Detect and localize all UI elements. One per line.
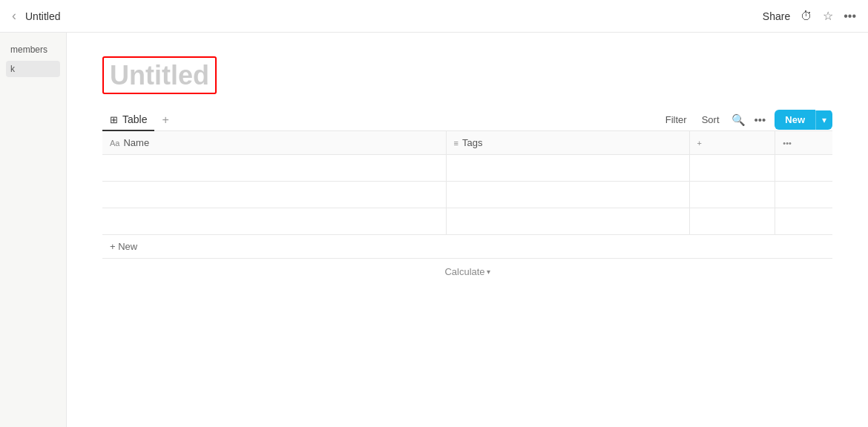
new-button-dropdown[interactable]: ▾ [815, 110, 832, 130]
tabs-row: ⊞ Table + Filter Sort 🔍 ••• New ▾ [102, 109, 832, 131]
cell-more-3 [775, 208, 832, 235]
tags-col-label: Tags [462, 137, 482, 148]
tabs-left: ⊞ Table + [102, 109, 174, 130]
table-header-row: Aa Name ≡ Tags + [102, 131, 832, 155]
topbar: ‹ Untitled Share ⏱ ☆ ••• [0, 0, 868, 33]
cell-name-2[interactable] [102, 182, 446, 208]
sidebar-item-members[interactable]: members [6, 42, 60, 58]
cell-add-2 [689, 182, 775, 208]
tabs-right: Filter Sort 🔍 ••• New ▾ [662, 110, 832, 130]
table-icon: ⊞ [110, 114, 118, 125]
search-button[interactable]: 🔍 [731, 113, 746, 127]
more-icon[interactable]: ••• [844, 10, 856, 23]
cell-tags-1[interactable] [446, 155, 689, 182]
cell-tags-2[interactable] [446, 182, 689, 208]
filter-button[interactable]: Filter [662, 111, 690, 128]
cell-add-3 [689, 208, 775, 235]
cell-name-3[interactable] [102, 208, 446, 235]
new-button-group: New ▾ [775, 110, 832, 130]
new-row-label: + New [110, 241, 137, 252]
sidebar: members k [0, 33, 67, 427]
more-col-icon: ••• [783, 139, 792, 148]
page-title-topbar: Untitled [25, 10, 60, 22]
topbar-left: ‹ Untitled [12, 8, 60, 24]
tab-table-label: Table [122, 113, 147, 125]
star-icon[interactable]: ☆ [823, 9, 833, 23]
back-button[interactable]: ‹ [12, 8, 16, 24]
main-layout: members k Untitled ⊞ Table + Filter Sort… [0, 33, 868, 427]
cell-more-1 [775, 155, 832, 182]
cell-name-1[interactable] [102, 155, 446, 182]
calculate-row[interactable]: Calculate ▾ [102, 259, 832, 285]
more-toolbar-button[interactable]: ••• [754, 113, 766, 126]
sort-button[interactable]: Sort [699, 111, 723, 128]
cell-tags-3[interactable] [446, 208, 689, 235]
page-title[interactable]: Untitled [102, 56, 217, 94]
new-row-button[interactable]: + New [102, 235, 832, 259]
share-button[interactable]: Share [763, 10, 790, 22]
table-row [102, 155, 832, 182]
tab-table[interactable]: ⊞ Table [102, 109, 154, 131]
col-header-add[interactable]: + [689, 131, 775, 155]
cell-more-2 [775, 182, 832, 208]
topbar-right: Share ⏱ ☆ ••• [763, 9, 856, 23]
col-header-more[interactable]: ••• [775, 131, 832, 155]
table-row [102, 208, 832, 235]
table-wrapper: Aa Name ≡ Tags + [102, 131, 832, 285]
new-button[interactable]: New [775, 110, 815, 130]
col-header-name[interactable]: Aa Name [102, 131, 446, 155]
col-header-tags[interactable]: ≡ Tags [446, 131, 689, 155]
tags-col-icon: ≡ [454, 139, 458, 148]
calculate-chevron: ▾ [487, 268, 490, 276]
sidebar-item-k[interactable]: k [6, 61, 60, 77]
history-icon[interactable]: ⏱ [800, 10, 812, 23]
name-col-label: Name [123, 137, 149, 148]
name-col-icon: Aa [110, 139, 119, 148]
database-table: Aa Name ≡ Tags + [102, 131, 832, 235]
content-area: Untitled ⊞ Table + Filter Sort 🔍 ••• New… [67, 33, 868, 427]
cell-add-1 [689, 155, 775, 182]
table-row [102, 182, 832, 208]
page-title-wrapper: Untitled [102, 56, 832, 94]
calculate-label: Calculate [444, 266, 484, 277]
add-col-icon: + [697, 139, 702, 148]
add-tab-button[interactable]: + [157, 110, 173, 130]
